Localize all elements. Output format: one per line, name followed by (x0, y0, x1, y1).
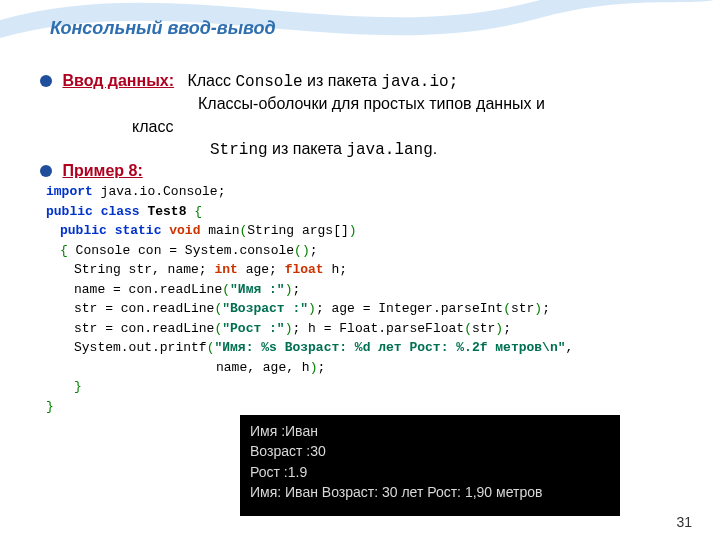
console-line: Имя :Иван (250, 421, 610, 441)
wrapper-line: Классы-оболочки для простых типов данных… (198, 93, 700, 115)
console-output: Имя :Иван Возраст :30 Рост :1.9 Имя: Ива… (240, 415, 620, 516)
console-line: Рост :1.9 (250, 462, 610, 482)
slide-title: Консольный ввод-вывод (50, 18, 276, 39)
console-line (250, 502, 610, 514)
page-number: 31 (676, 514, 692, 530)
input-label: Ввод данных: (62, 72, 174, 89)
intro-text: Ввод данных: Класс Console из пакета jav… (40, 70, 700, 162)
bullet-icon (40, 75, 52, 87)
bullet-icon (40, 165, 52, 177)
klass-word: класс (132, 116, 700, 138)
code-block: import java.io.Console; public class Tes… (40, 178, 700, 420)
console-line: Возраст :30 (250, 441, 610, 461)
console-line: Имя: Иван Возраст: 30 лет Рост: 1,90 мет… (250, 482, 610, 502)
